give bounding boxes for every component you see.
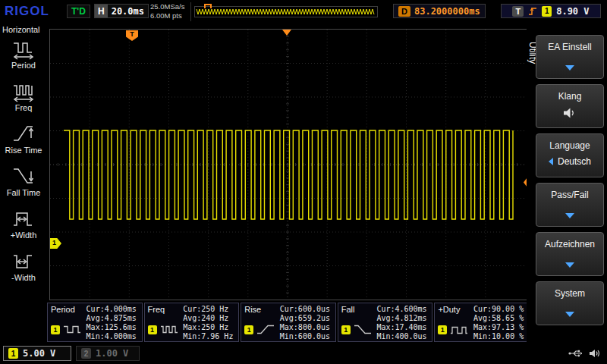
chevron-down-icon: [565, 213, 574, 218]
menu-button-label: Aufzeichnen: [536, 239, 603, 249]
measurement-avg: Avg:4.875ms: [86, 314, 140, 323]
timebase-value: 20.0ms: [108, 6, 148, 17]
measurement-panel-period[interactable]: Period 1 Cur:4.000ms Avg:4.875ms Max:125…: [47, 303, 143, 342]
sidebar-title: Horizontal: [0, 23, 47, 37]
sidebar-item-label: -Width: [11, 273, 36, 282]
horizontal-timebase-box[interactable]: H 20.0ms: [94, 4, 149, 18]
duty-meas-icon: [449, 323, 469, 336]
measurement-max: Max:97.13 %: [473, 323, 527, 332]
preview-waveform: [195, 7, 377, 17]
measurement-avg: Avg:659.2us: [280, 314, 333, 323]
measurement-cur: Cur:600.0us: [280, 305, 333, 314]
measure-sidebar: Horizontal Period Freq Rise Time: [0, 23, 47, 344]
ch1-waveform: [64, 130, 513, 219]
measurement-name: Rise: [244, 305, 261, 314]
channel2-status[interactable]: 2 1.00 V: [76, 346, 140, 361]
rise-time-icon: [11, 122, 36, 145]
fall-meas-icon: [353, 323, 373, 336]
delay-box[interactable]: D 83.2000000ms: [393, 4, 486, 18]
plus-width-icon: [11, 207, 36, 230]
sidebar-item-minus-width[interactable]: -Width: [0, 249, 47, 282]
menu-button-label: Pass/Fail: [536, 190, 603, 200]
menu-button-label: Language: [536, 140, 603, 151]
rigol-logo: RIGOL: [5, 4, 49, 19]
menu-button-pass-fail[interactable]: Pass/Fail: [536, 183, 604, 227]
channel1-badge: 1: [8, 348, 18, 359]
sound-icon: [589, 349, 601, 358]
memory-depth: 6.00M pts: [150, 11, 184, 20]
menu-button-aufzeichnen[interactable]: Aufzeichnen: [536, 232, 604, 276]
period-meas-icon: [62, 323, 82, 336]
measurement-panel-fall[interactable]: Fall 1 Cur:4.600ms Avg:4.812ms Max:17.40…: [338, 303, 433, 342]
scope-display: [49, 29, 527, 300]
measurement-avg: Avg:4.812ms: [376, 314, 429, 323]
measurement-name: +Duty: [438, 305, 460, 314]
sidebar-item-label: Fall Time: [7, 188, 41, 197]
measurement-panel-duty[interactable]: +Duty 1 Cur:90.00 % Avg:58.65 % Max:97.1…: [434, 303, 530, 342]
preview-trigger-marker: [204, 4, 212, 8]
measurement-values: Cur:90.00 % Avg:58.65 % Max:97.13 % Min:…: [473, 305, 527, 341]
sidebar-item-label: Freq: [15, 103, 33, 112]
measurement-values: Cur:4.000ms Avg:4.875ms Max:125.6ms Min:…: [86, 305, 140, 341]
bottom-channel-bar: 1 5.00 V 2 1.00 V: [0, 344, 607, 364]
measurement-cur: Cur:4.600ms: [376, 305, 429, 314]
measurement-min: Min:4.000ms: [86, 332, 140, 341]
channel-badge: 1: [341, 325, 351, 334]
chevron-down-icon: [565, 312, 574, 317]
menu-button-language[interactable]: Language Deutsch: [536, 133, 604, 177]
sidebar-item-period[interactable]: Period: [0, 37, 47, 70]
measurement-bar: Period 1 Cur:4.000ms Avg:4.875ms Max:125…: [47, 303, 530, 342]
sidebar-item-fall-time[interactable]: Fall Time: [0, 165, 47, 197]
measurement-panel-rise[interactable]: Rise 1 Cur:600.0us Avg:659.2us Max:800.0…: [241, 303, 336, 342]
measurement-name: Freq: [148, 305, 165, 314]
sidebar-item-freq[interactable]: Freq: [0, 80, 47, 112]
measurement-min: Min:600.0us: [280, 332, 333, 341]
speaker-icon: [561, 107, 578, 119]
measurement-panel-freq[interactable]: Freq 1 Cur:250 Hz Avg:240 Hz Max:250 Hz …: [144, 303, 240, 342]
menu-button-label: Klang: [536, 91, 603, 102]
measurement-avg: Avg:240 Hz: [183, 314, 236, 323]
menu-button-ea-einstell[interactable]: EA Einstell: [536, 35, 604, 79]
measurement-values: Cur:600.0us Avg:659.2us Max:800.0us Min:…: [280, 305, 333, 341]
menu-button-label: EA Einstell: [536, 42, 603, 52]
rising-edge-icon: [528, 6, 537, 17]
trigger-source-badge: 1: [542, 6, 552, 17]
channel1-status[interactable]: 1 5.00 V: [3, 346, 71, 361]
measurement-values: Cur:4.600ms Avg:4.812ms Max:17.40ms Min:…: [376, 305, 429, 341]
measurement-min: Min:400.0us: [376, 332, 429, 341]
center-reference-marker: [282, 30, 291, 36]
sidebar-item-plus-width[interactable]: +Width: [0, 207, 47, 240]
chevron-down-icon: [565, 65, 574, 71]
sidebar-item-rise-time[interactable]: Rise Time: [0, 122, 47, 155]
chevron-down-icon: [565, 262, 574, 268]
freq-meas-icon: [159, 323, 179, 336]
menu-button-klang[interactable]: Klang: [536, 84, 604, 128]
measurement-cur: Cur:4.000ms: [86, 305, 140, 314]
fall-time-icon: [11, 165, 36, 187]
trigger-status-badge: T'D: [67, 5, 90, 18]
right-menu-panel: Utility EA Einstell Klang Language Deuts…: [527, 23, 607, 344]
measurement-max: Max:125.6ms: [86, 323, 140, 332]
measurement-cur: Cur:90.00 %: [473, 305, 527, 314]
top-status-bar: RIGOL T'D H 20.0ms 25.0MSa/s 6.00M pts D…: [0, 0, 607, 23]
menu-button-label: System: [536, 288, 603, 299]
language-value: Deutsch: [558, 156, 591, 167]
waveform-preview-strip[interactable]: [194, 6, 378, 17]
period-icon: [11, 37, 36, 60]
h-label: H: [95, 5, 108, 17]
menu-button-system[interactable]: System: [536, 281, 604, 325]
measurement-max: Max:250 Hz: [183, 323, 236, 332]
delay-label: D: [398, 6, 410, 17]
oscilloscope-screen: RIGOL T'D H 20.0ms 25.0MSa/s 6.00M pts D…: [0, 0, 607, 364]
measurement-avg: Avg:58.65 %: [473, 314, 527, 323]
sidebar-item-label: Period: [11, 61, 36, 70]
channel-badge: 1: [438, 325, 447, 334]
channel2-scale: 1.00 V: [96, 348, 128, 359]
chevron-left-icon: [549, 158, 553, 165]
measurement-min: Min:10.00 %: [473, 332, 527, 341]
trigger-box[interactable]: T 1 8.90 V: [501, 4, 601, 18]
freq-icon: [11, 80, 36, 102]
measurement-max: Max:17.40ms: [376, 323, 429, 332]
rise-meas-icon: [256, 323, 275, 336]
channel-badge: 1: [148, 325, 157, 334]
